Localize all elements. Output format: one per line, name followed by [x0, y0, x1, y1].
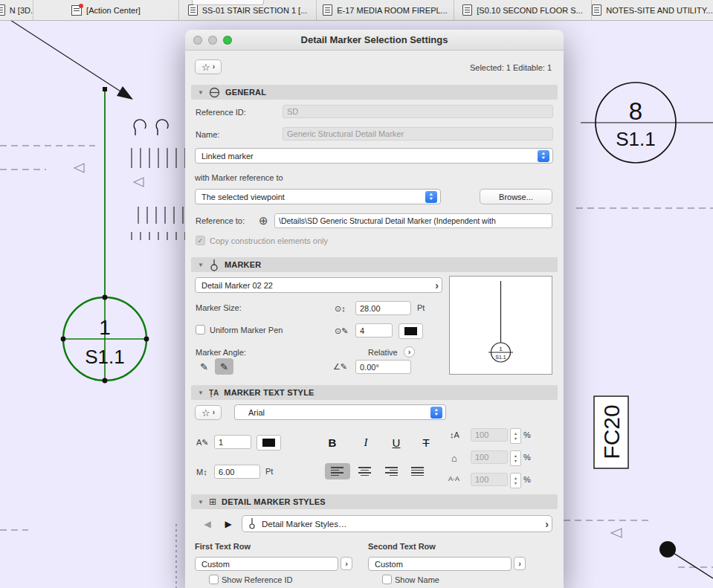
pen-color-swatch: [404, 327, 417, 335]
relative-popup-button[interactable]: ›: [404, 346, 415, 358]
reference-to-label: Reference to:: [196, 216, 245, 225]
row-height-icon: ↕A: [450, 430, 459, 439]
minimize-button[interactable]: [208, 36, 217, 45]
tab-media-room[interactable]: E-17 MEDIA ROOM FIREPL...: [317, 0, 454, 20]
marker-sheet: S1.1: [85, 346, 125, 368]
annotation-arrow: [10, 20, 133, 100]
second-row-popup-button[interactable]: ›: [514, 557, 526, 570]
section-icon: [188, 4, 198, 16]
first-row-content-select[interactable]: Custom: [195, 557, 338, 571]
document-icon: [0, 4, 5, 16]
section-title: DETAIL MARKER STYLES: [222, 497, 326, 506]
paragraph-spacing-stepper[interactable]: ▴▾: [510, 450, 521, 466]
show-reference-id-checkbox[interactable]: [209, 575, 219, 584]
marker-name-select[interactable]: Detail Marker 02 22 ›: [195, 277, 442, 293]
star-icon: ☆: [201, 407, 210, 419]
check-icon: ✓: [197, 236, 203, 245]
section-title: MARKER TEXT STYLE: [224, 388, 314, 397]
tab-second-floor[interactable]: [S0.10 SECOND FLOOR S...: [454, 0, 592, 20]
detail-marker-styles-bar[interactable]: Detail Marker Styles… ›: [242, 515, 552, 532]
italic-button[interactable]: I: [355, 433, 377, 451]
zoom-button[interactable]: [223, 36, 232, 45]
text-size-icon: M↕: [196, 468, 207, 476]
tooltip-fragment: [192, 0, 264, 5]
align-center-button[interactable]: [352, 463, 377, 479]
tab-3d-view[interactable]: N [3D...: [0, 0, 33, 20]
marker-angle-label: Marker Angle:: [196, 348, 246, 357]
text-style-section-icon: ṬA: [209, 389, 219, 397]
uniform-marker-pen-checkbox[interactable]: [196, 325, 205, 335]
favorites-button[interactable]: ☆ ›: [195, 59, 222, 74]
underline-button[interactable]: U: [385, 433, 407, 451]
text-pen-field[interactable]: 1: [214, 435, 251, 449]
reference-id-field[interactable]: SD: [283, 105, 553, 118]
marker-size-field[interactable]: 28.00: [355, 301, 411, 315]
viewpoint-select[interactable]: The selected viewpoint ▲▼: [195, 189, 441, 204]
previous-style-button[interactable]: ◀: [200, 517, 215, 532]
tracking-field[interactable]: 100: [471, 473, 508, 486]
disclosure-triangle-icon: ▼: [198, 262, 204, 268]
dialog-titlebar[interactable]: Detail Marker Selection Settings: [185, 30, 564, 51]
action-center-icon: [71, 5, 82, 16]
bold-button[interactable]: B: [321, 433, 343, 451]
marker-pen-field[interactable]: 4: [355, 323, 393, 337]
reference-path-field[interactable]: \Details\SD Generic Structural Detail Ma…: [274, 213, 552, 228]
general-section-header[interactable]: ▼ GENERAL: [191, 85, 558, 100]
styles-section-header[interactable]: ▼ ⊞ DETAIL MARKER STYLES: [191, 494, 558, 509]
next-style-button[interactable]: ▶: [221, 517, 236, 532]
section-marker-8[interactable]: 8 S1.1: [581, 83, 713, 163]
marker-angle-free-button[interactable]: ✎: [215, 358, 233, 375]
globe-icon: ⊕: [259, 214, 268, 227]
show-name-checkbox[interactable]: [382, 575, 392, 584]
reference-id-label: Reference ID:: [196, 108, 246, 117]
label-fc20[interactable]: FC20: [594, 396, 628, 468]
preview-marker-sheet: S1.1: [495, 355, 506, 360]
align-right-button[interactable]: [378, 463, 404, 479]
second-row-content-select[interactable]: Custom: [368, 557, 512, 571]
text-pen-color-button[interactable]: [257, 435, 281, 450]
marker-pin-icon: [248, 517, 256, 530]
section-title: MARKER: [225, 260, 261, 269]
pen-icon: ✎: [200, 361, 208, 372]
text-style-section-header[interactable]: ▼ ṬA MARKER TEXT STYLE: [191, 385, 558, 400]
align-left-button[interactable]: [325, 463, 350, 479]
tab-label: NOTES-SITE AND UTILITY...: [606, 6, 712, 15]
text-size-field[interactable]: 6.00: [214, 465, 260, 479]
tab-action-center[interactable]: [Action Center]: [33, 0, 179, 20]
marker-type-select[interactable]: Linked marker ▲▼: [195, 148, 553, 164]
strikethrough-button[interactable]: T: [415, 433, 437, 451]
layout-icon: [462, 4, 472, 16]
font-select[interactable]: Arial ▲▼: [234, 404, 446, 420]
marker-angle-fixed-button[interactable]: ✎: [195, 358, 213, 375]
name-label: Name:: [196, 130, 219, 139]
copy-construction-checkbox[interactable]: ✓: [196, 236, 205, 245]
text-favorites-button[interactable]: ☆ ›: [195, 405, 222, 420]
marker-section-header[interactable]: ▼ MARKER: [191, 257, 558, 272]
browse-button[interactable]: Browse...: [480, 189, 552, 204]
percent-label: %: [523, 430, 531, 439]
marker-size-label: Marker Size:: [196, 303, 242, 312]
tracking-stepper[interactable]: ▴▾: [510, 473, 521, 488]
selection-status: Selected: 1 Editable: 1: [470, 63, 552, 72]
tracking-icon: A·A: [448, 475, 459, 482]
close-button[interactable]: [193, 36, 202, 45]
marker-pen-color-button[interactable]: [399, 323, 423, 339]
first-row-popup-button[interactable]: ›: [341, 557, 352, 570]
marker-angle-field[interactable]: 0.00°: [355, 360, 411, 374]
copy-construction-label: Copy construction elements only: [210, 236, 328, 245]
section-icon: [323, 4, 332, 16]
paragraph-spacing-field[interactable]: 100: [471, 450, 508, 464]
uniform-marker-pen-label: Uniform Marker Pen: [210, 326, 283, 335]
tab-notes-site[interactable]: NOTES-SITE AND UTILITY...: [592, 0, 713, 20]
row-height-field[interactable]: 100: [471, 428, 508, 442]
percent-label: %: [523, 475, 531, 484]
worksheet-icon: [592, 4, 601, 16]
align-justify-button[interactable]: [405, 463, 430, 479]
marker-number: 8: [629, 97, 642, 125]
tab-label: [Action Center]: [86, 6, 141, 15]
name-field[interactable]: Generic Structural Detail Marker: [283, 127, 553, 140]
row-height-stepper[interactable]: ▴▾: [510, 428, 521, 444]
marker-sheet: S1.1: [616, 128, 656, 150]
tab-label: E-17 MEDIA ROOM FIREPL...: [337, 6, 448, 15]
text-pen-icon: A✎: [196, 438, 209, 448]
